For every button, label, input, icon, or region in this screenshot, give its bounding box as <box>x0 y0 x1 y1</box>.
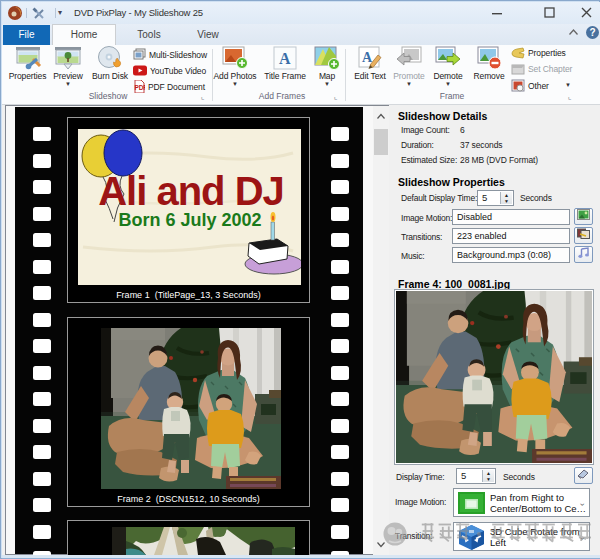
svg-text:Born 6 July 2002: Born 6 July 2002 <box>118 210 261 230</box>
svg-text:A: A <box>362 50 373 65</box>
svg-text:PDF: PDF <box>135 84 146 91</box>
svg-text:A: A <box>279 50 291 67</box>
svg-text:Ali and DJ: Ali and DJ <box>98 169 284 213</box>
